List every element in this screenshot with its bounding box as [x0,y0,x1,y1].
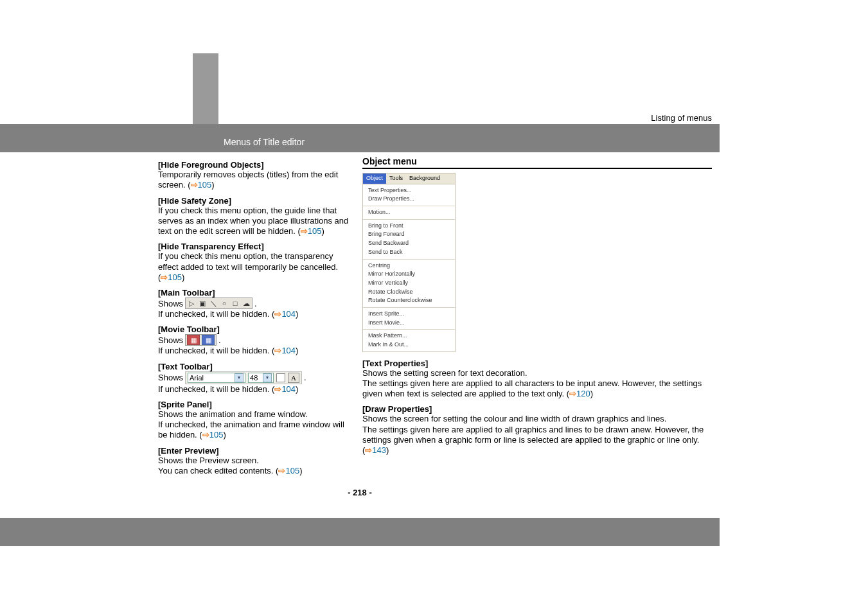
text: If unchecked, it will be hidden. ( [158,309,274,319]
color-swatch[interactable] [276,373,285,382]
text: You can check edited contents. ( [158,466,278,475]
page-ref[interactable]: 105 [285,466,299,475]
chevron-down-icon: ▾ [235,373,244,382]
menu-item[interactable]: Send to Back [368,248,450,257]
text: ) [322,226,324,236]
enter-preview-l1: Shows the Preview screen. [158,456,352,466]
heading-hide-foreground: [Hide Foreground Objects] [158,160,352,170]
text-style-button[interactable]: A [288,373,299,383]
movie-toolbar-unchecked: If unchecked, it will be hidden. (⇨104) [158,346,352,356]
object-menu-panel: Object Tools Background Text Properties.… [362,173,456,352]
text: If unchecked, it will be hidden. ( [158,384,274,394]
body-hide-transparency: If you check this menu option, the trans… [158,251,352,283]
heading-text-toolbar: [Text Toolbar] [158,362,352,371]
menu-item[interactable]: Insert Sprite... [368,310,450,319]
text: If unchecked, the animation and frame wi… [158,420,344,440]
menu-tabs: Object Tools Background [363,173,455,184]
arrow-icon: ⇨ [365,445,372,455]
menu-item[interactable]: Centring [368,262,450,271]
left-column: [Hide Foreground Objects] Temporarily re… [5,155,360,476]
right-column: Object menu Object Tools Background Text… [360,155,714,476]
menu-item[interactable]: Text Properties... [368,186,450,195]
text-toolbar-shows: Shows Arial ▾ 48 ▾ A . [158,371,352,384]
text: ) [223,430,226,440]
text: Shows [158,299,183,308]
body-hide-safety: If you check this menu option, the guide… [158,206,352,237]
heading-movie-toolbar: [Movie Toolbar] [158,324,352,334]
menu-item[interactable]: Bring to Front [368,222,450,231]
arrow-icon: ⇨ [569,389,576,398]
drawprops-l2: The settings given here are applied to a… [362,425,712,456]
arrow-icon: ⇨ [191,180,198,190]
main-toolbar-unchecked: If unchecked, it will be hidden. (⇨104) [158,309,352,319]
page-ref[interactable]: 104 [281,346,296,355]
menu-item[interactable]: Rotate Counterclockwise [368,296,450,305]
menu-item[interactable]: Insert Movie... [368,319,450,328]
arrow-icon: ⇨ [161,272,168,282]
text: If you check this menu option, the trans… [158,251,338,282]
title-banner: Menus of Title editor [0,124,720,152]
object-menu-title: Object menu [362,156,712,166]
page-ref[interactable]: 105 [209,430,224,440]
heading-hide-safety: [Hide Safety Zone] [158,196,352,206]
heading-main-toolbar: [Main Toolbar] [158,288,352,298]
play-icon: ▦ [202,335,215,345]
menu-item[interactable]: Draw Properties... [368,195,450,204]
text: Shows [158,335,183,345]
tab-object[interactable]: Object [363,173,386,184]
text-toolbar-unchecked: If unchecked, it will be hidden. (⇨104) [158,384,352,395]
page-ref[interactable]: 120 [576,389,590,398]
font-dropdown[interactable]: Arial ▾ [188,373,245,383]
page-ref[interactable]: 143 [372,445,386,455]
cloud-icon: ☁ [242,299,251,308]
tab-background[interactable]: Background [406,173,443,184]
banner-stub [193,53,218,124]
bottom-bar [0,518,720,546]
menu-item[interactable]: Mirror Vertically [368,279,450,288]
textprops-l1: Shows the setting screen for text decora… [362,368,712,378]
page-ref[interactable]: 105 [308,226,322,236]
arrow-icon: ⇨ [278,466,285,475]
arrow-icon: ⇨ [274,309,281,319]
enter-preview-l2: You can check edited contents. (⇨105) [158,466,352,476]
heading-hide-transparency: [Hide Transparency Effect] [158,242,352,251]
menu-item[interactable]: Rotate Clockwise [368,288,450,297]
text-toolbar-graphic: Arial ▾ 48 ▾ A [185,371,302,384]
page-ref[interactable]: 105 [168,272,182,282]
text: ) [590,389,593,398]
sprite-panel-l1: Shows the animation and frame window. [158,409,352,420]
text: . [254,299,257,308]
text: Shows [158,373,183,382]
drawprops-l1: Shows the screen for setting the colour … [362,414,712,424]
font-value: Arial [190,374,204,382]
main-toolbar-shows: Shows ▷ ▣ ＼ ○ □ ☁ . [158,298,352,309]
size-value: 48 [250,374,258,382]
tab-tools[interactable]: Tools [386,173,406,184]
banner-title: Menus of Title editor [224,137,305,147]
menu-item[interactable]: Mark In & Out... [368,341,450,350]
text: ) [296,309,298,319]
page-ref[interactable]: 105 [198,180,212,190]
arrow-icon: ⇨ [274,346,281,355]
menu-item[interactable]: Send Backward [368,239,450,248]
movie-toolbar-shows: Shows ▦ ▦ . [158,334,352,346]
rec-icon: ▦ [187,335,200,345]
chevron-down-icon: ▾ [263,373,272,382]
text: ) [296,384,298,394]
menu-item[interactable]: Motion... [368,208,450,217]
underline [362,168,712,169]
text: The settings given here are applied to a… [362,425,704,456]
text: . [304,373,306,382]
menu-item[interactable]: Bring Forward [368,230,450,239]
pointer-icon: ▷ [187,299,196,308]
page-ref[interactable]: 104 [281,384,296,394]
arrow-icon: ⇨ [301,226,308,236]
listing-header: Listing of menus [0,109,720,124]
page-number: - 218 - [0,488,720,497]
text: The settings given here are applied to a… [362,378,702,398]
menu-item[interactable]: Mask Pattern... [368,332,450,341]
size-dropdown[interactable]: 48 ▾ [248,373,274,383]
text: If unchecked, it will be hidden. ( [158,346,274,355]
page-ref[interactable]: 104 [281,309,296,319]
menu-item[interactable]: Mirror Horizontally [368,270,450,279]
